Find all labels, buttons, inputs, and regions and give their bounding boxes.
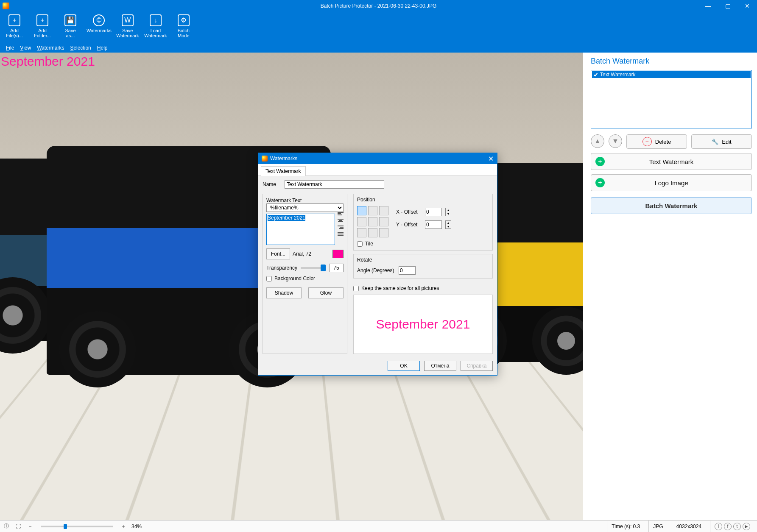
y-offset-spinner[interactable]: ▲▼ <box>445 220 451 229</box>
save-watermark-label: Save Watermark <box>116 28 139 38</box>
save-watermark-button[interactable]: W Save Watermark <box>116 14 140 38</box>
shadow-button[interactable]: Shadow <box>266 287 302 298</box>
window-title: Batch Picture Protector - 2021-06-30 22-… <box>321 3 436 9</box>
angle-input[interactable] <box>399 266 416 275</box>
save-watermark-icon: W <box>122 14 134 26</box>
batch-mode-button[interactable]: ⚙ Batch Mode <box>172 14 196 38</box>
pos-br[interactable] <box>379 228 388 237</box>
watermarks-dialog: Watermarks ✕ Text Watermark Name Waterma… <box>258 153 497 376</box>
keep-size-checkbox[interactable] <box>353 286 359 291</box>
logo-image-label: Logo Image <box>654 179 688 187</box>
transparency-slider[interactable] <box>301 267 326 269</box>
align-center-icon[interactable] <box>338 219 344 224</box>
list-item-checkbox[interactable] <box>593 72 598 78</box>
delete-label: Delete <box>655 139 671 145</box>
edit-button[interactable]: 🔧 Edit <box>691 134 752 149</box>
move-down-button[interactable]: ▼ <box>609 134 622 148</box>
transparency-value[interactable] <box>329 264 344 272</box>
help-button[interactable]: Справка <box>461 361 493 371</box>
social-youtube-icon[interactable]: ▶ <box>743 523 750 530</box>
name-label: Name <box>263 181 276 187</box>
angle-label: Angle (Degrees) <box>357 267 395 273</box>
x-offset-spinner[interactable]: ▲▼ <box>445 208 451 216</box>
watermark-text-label: Watermark Text <box>266 198 302 203</box>
load-watermark-icon: ↓ <box>150 14 162 26</box>
watermark-listbox[interactable]: Text Watermark <box>591 70 752 128</box>
watermark-textarea[interactable]: September 2021 <box>266 214 335 245</box>
tile-checkbox[interactable] <box>357 241 363 247</box>
position-grid[interactable] <box>357 206 388 237</box>
add-files-button[interactable]: + Add File(s)... <box>3 14 26 38</box>
pos-bl[interactable] <box>357 228 366 237</box>
font-description: Arial, 72 <box>293 251 311 257</box>
status-format: JPG <box>648 521 667 532</box>
x-offset-input[interactable] <box>425 208 442 216</box>
delete-button[interactable]: − Delete <box>626 134 687 149</box>
watermarks-button[interactable]: © Watermarks <box>87 14 112 33</box>
dialog-close-button[interactable]: ✕ <box>488 155 494 163</box>
dialog-title: Watermarks <box>270 156 297 162</box>
app-icon <box>3 3 9 9</box>
pos-tc[interactable] <box>368 206 377 215</box>
move-up-button[interactable]: ▲ <box>591 134 604 148</box>
watermarks-label: Watermarks <box>87 28 112 33</box>
watermark-overlay: September 2021 <box>1 54 95 69</box>
minimize-button[interactable]: ― <box>698 0 718 12</box>
batch-mode-label: Batch Mode <box>178 28 190 38</box>
close-button[interactable]: ✕ <box>737 0 757 12</box>
watermark-text-combo[interactable]: %filename% <box>266 203 344 212</box>
tab-text-watermark[interactable]: Text Watermark <box>261 166 306 176</box>
list-item-label: Text Watermark <box>600 72 636 78</box>
fit-icon[interactable]: ⛶ <box>14 524 22 529</box>
info-icon[interactable]: ⓘ <box>3 523 10 530</box>
glow-button[interactable]: Glow <box>308 287 344 298</box>
pos-tl[interactable] <box>357 206 366 215</box>
load-watermark-button[interactable]: ↓ Load Watermark <box>144 14 168 38</box>
dialog-titlebar[interactable]: Watermarks ✕ <box>258 153 497 164</box>
background-color-checkbox[interactable] <box>266 276 272 281</box>
menu-file[interactable]: File <box>6 45 14 51</box>
gear-icon: ⚙ <box>178 14 190 26</box>
preview-text: September 2021 <box>376 317 470 331</box>
rotate-label: Rotate <box>357 257 489 263</box>
zoom-out-icon[interactable]: − <box>26 524 34 529</box>
add-logo-image-button[interactable]: + Logo Image <box>591 174 752 191</box>
plus-icon: + <box>595 157 605 166</box>
pos-ml[interactable] <box>357 217 366 226</box>
maximize-button[interactable]: ▢ <box>718 0 737 12</box>
load-watermark-label: Load Watermark <box>144 28 167 38</box>
list-item[interactable]: Text Watermark <box>592 71 751 78</box>
pos-mc[interactable] <box>368 217 377 226</box>
save-as-button[interactable]: 💾 Save as... <box>59 14 82 38</box>
social-facebook-icon[interactable]: f <box>724 523 732 530</box>
add-folder-button[interactable]: + Add Folder... <box>31 14 54 38</box>
status-time: Time (s): 0.3 <box>607 521 644 532</box>
y-offset-input[interactable] <box>425 220 442 229</box>
ok-button[interactable]: OK <box>388 361 420 371</box>
social-info-icon[interactable]: i <box>715 523 722 530</box>
minus-icon: − <box>642 137 652 146</box>
pos-mr[interactable] <box>379 217 388 226</box>
color-swatch[interactable] <box>332 250 344 258</box>
add-text-watermark-button[interactable]: + Text Watermark <box>591 153 752 170</box>
pos-bc[interactable] <box>368 228 377 237</box>
transparency-label: Transparency <box>266 265 297 271</box>
align-left-icon[interactable] <box>338 212 344 217</box>
social-twitter-icon[interactable]: t <box>733 523 741 530</box>
cancel-button[interactable]: Отмена <box>424 361 456 371</box>
menu-help[interactable]: Help <box>97 45 108 51</box>
menubar: File View Watermarks Selection Help <box>0 43 757 53</box>
batch-watermark-button[interactable]: Batch Watermark <box>591 197 752 214</box>
zoom-slider[interactable] <box>41 526 113 527</box>
wrench-icon: 🔧 <box>712 139 718 145</box>
menu-watermarks[interactable]: Watermarks <box>37 45 64 51</box>
pos-tr[interactable] <box>379 206 388 215</box>
zoom-in-icon[interactable]: + <box>120 524 127 529</box>
menu-selection[interactable]: Selection <box>70 45 91 51</box>
align-justify-icon[interactable] <box>338 232 344 237</box>
dialog-icon <box>262 156 268 162</box>
name-input[interactable] <box>285 180 384 189</box>
align-right-icon[interactable] <box>338 226 344 231</box>
font-button[interactable]: Font... <box>266 248 290 259</box>
menu-view[interactable]: View <box>20 45 31 51</box>
